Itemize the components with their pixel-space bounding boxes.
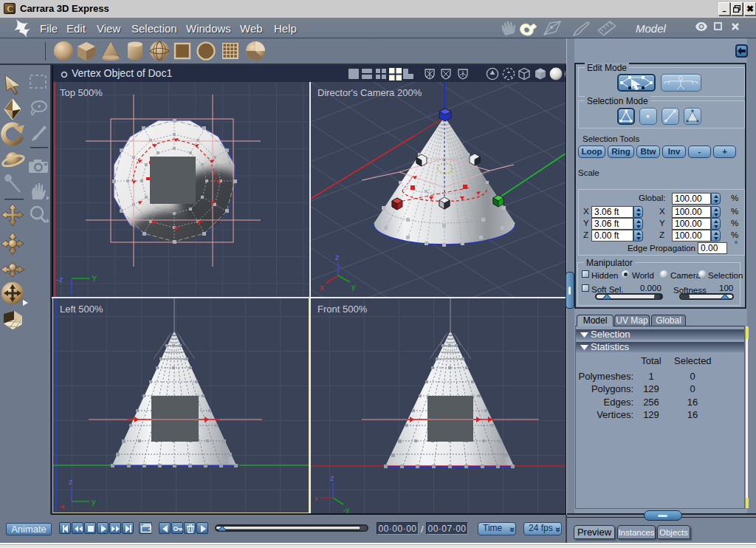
svg-text:z: z [335, 253, 340, 261]
svg-text:Director's Camera 200%: Director's Camera 200% [317, 87, 422, 98]
svg-text:y: y [351, 282, 356, 291]
svg-text:x: x [320, 283, 324, 292]
svg-text:Model: Model [636, 22, 667, 35]
svg-text:z: z [330, 473, 334, 482]
svg-text:-z: -z [56, 275, 63, 284]
svg-text:Front 500%: Front 500% [317, 304, 368, 315]
svg-text:Y: Y [92, 274, 97, 283]
svg-text:y: y [92, 497, 96, 506]
svg-text:x: x [315, 495, 318, 502]
svg-text:-y: -y [343, 506, 349, 513]
svg-text:-x: -x [59, 503, 65, 510]
svg-text:Top 500%: Top 500% [60, 87, 103, 98]
svg-text:Left 500%: Left 500% [60, 304, 103, 315]
svg-text:z: z [69, 477, 73, 486]
